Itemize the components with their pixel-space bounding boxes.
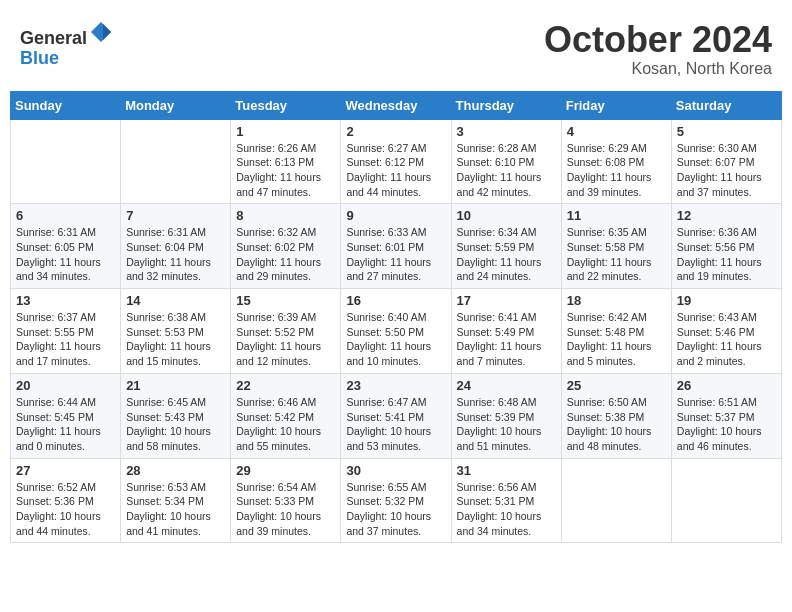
day-number: 22 <box>236 378 335 393</box>
calendar-week-row: 1Sunrise: 6:26 AM Sunset: 6:13 PM Daylig… <box>11 119 782 204</box>
day-info: Sunrise: 6:55 AM Sunset: 5:32 PM Dayligh… <box>346 480 445 539</box>
calendar-cell <box>671 458 781 543</box>
day-number: 29 <box>236 463 335 478</box>
day-info: Sunrise: 6:32 AM Sunset: 6:02 PM Dayligh… <box>236 225 335 284</box>
day-info: Sunrise: 6:50 AM Sunset: 5:38 PM Dayligh… <box>567 395 666 454</box>
calendar-cell <box>561 458 671 543</box>
calendar-cell: 22Sunrise: 6:46 AM Sunset: 5:42 PM Dayli… <box>231 373 341 458</box>
calendar-cell: 15Sunrise: 6:39 AM Sunset: 5:52 PM Dayli… <box>231 289 341 374</box>
day-info: Sunrise: 6:27 AM Sunset: 6:12 PM Dayligh… <box>346 141 445 200</box>
day-info: Sunrise: 6:44 AM Sunset: 5:45 PM Dayligh… <box>16 395 115 454</box>
day-info: Sunrise: 6:41 AM Sunset: 5:49 PM Dayligh… <box>457 310 556 369</box>
calendar-cell: 29Sunrise: 6:54 AM Sunset: 5:33 PM Dayli… <box>231 458 341 543</box>
day-number: 25 <box>567 378 666 393</box>
calendar-cell: 7Sunrise: 6:31 AM Sunset: 6:04 PM Daylig… <box>121 204 231 289</box>
day-number: 7 <box>126 208 225 223</box>
calendar-cell: 23Sunrise: 6:47 AM Sunset: 5:41 PM Dayli… <box>341 373 451 458</box>
calendar-cell: 10Sunrise: 6:34 AM Sunset: 5:59 PM Dayli… <box>451 204 561 289</box>
calendar-cell: 31Sunrise: 6:56 AM Sunset: 5:31 PM Dayli… <box>451 458 561 543</box>
day-info: Sunrise: 6:54 AM Sunset: 5:33 PM Dayligh… <box>236 480 335 539</box>
day-info: Sunrise: 6:46 AM Sunset: 5:42 PM Dayligh… <box>236 395 335 454</box>
calendar-cell: 4Sunrise: 6:29 AM Sunset: 6:08 PM Daylig… <box>561 119 671 204</box>
calendar-week-row: 13Sunrise: 6:37 AM Sunset: 5:55 PM Dayli… <box>11 289 782 374</box>
calendar-cell <box>121 119 231 204</box>
day-info: Sunrise: 6:53 AM Sunset: 5:34 PM Dayligh… <box>126 480 225 539</box>
day-number: 30 <box>346 463 445 478</box>
logo-general-text: General <box>20 28 87 48</box>
day-info: Sunrise: 6:34 AM Sunset: 5:59 PM Dayligh… <box>457 225 556 284</box>
day-number: 24 <box>457 378 556 393</box>
calendar-table: SundayMondayTuesdayWednesdayThursdayFrid… <box>10 91 782 544</box>
calendar-cell: 1Sunrise: 6:26 AM Sunset: 6:13 PM Daylig… <box>231 119 341 204</box>
calendar-cell: 13Sunrise: 6:37 AM Sunset: 5:55 PM Dayli… <box>11 289 121 374</box>
column-header-saturday: Saturday <box>671 91 781 119</box>
calendar-cell: 6Sunrise: 6:31 AM Sunset: 6:05 PM Daylig… <box>11 204 121 289</box>
day-info: Sunrise: 6:26 AM Sunset: 6:13 PM Dayligh… <box>236 141 335 200</box>
day-number: 8 <box>236 208 335 223</box>
calendar-cell: 20Sunrise: 6:44 AM Sunset: 5:45 PM Dayli… <box>11 373 121 458</box>
column-header-tuesday: Tuesday <box>231 91 341 119</box>
calendar-cell: 18Sunrise: 6:42 AM Sunset: 5:48 PM Dayli… <box>561 289 671 374</box>
day-info: Sunrise: 6:28 AM Sunset: 6:10 PM Dayligh… <box>457 141 556 200</box>
day-info: Sunrise: 6:31 AM Sunset: 6:04 PM Dayligh… <box>126 225 225 284</box>
calendar-cell: 19Sunrise: 6:43 AM Sunset: 5:46 PM Dayli… <box>671 289 781 374</box>
calendar-cell: 28Sunrise: 6:53 AM Sunset: 5:34 PM Dayli… <box>121 458 231 543</box>
column-header-monday: Monday <box>121 91 231 119</box>
day-info: Sunrise: 6:45 AM Sunset: 5:43 PM Dayligh… <box>126 395 225 454</box>
calendar-cell: 30Sunrise: 6:55 AM Sunset: 5:32 PM Dayli… <box>341 458 451 543</box>
day-number: 28 <box>126 463 225 478</box>
calendar-cell: 17Sunrise: 6:41 AM Sunset: 5:49 PM Dayli… <box>451 289 561 374</box>
column-header-thursday: Thursday <box>451 91 561 119</box>
location: Kosan, North Korea <box>544 60 772 78</box>
calendar-header-row: SundayMondayTuesdayWednesdayThursdayFrid… <box>11 91 782 119</box>
day-number: 18 <box>567 293 666 308</box>
logo: General Blue <box>20 20 113 69</box>
calendar-week-row: 27Sunrise: 6:52 AM Sunset: 5:36 PM Dayli… <box>11 458 782 543</box>
day-number: 19 <box>677 293 776 308</box>
day-info: Sunrise: 6:29 AM Sunset: 6:08 PM Dayligh… <box>567 141 666 200</box>
page-header: General Blue October 2024 Kosan, North K… <box>10 10 782 83</box>
day-number: 11 <box>567 208 666 223</box>
calendar-cell: 2Sunrise: 6:27 AM Sunset: 6:12 PM Daylig… <box>341 119 451 204</box>
day-number: 21 <box>126 378 225 393</box>
calendar-week-row: 6Sunrise: 6:31 AM Sunset: 6:05 PM Daylig… <box>11 204 782 289</box>
calendar-cell: 9Sunrise: 6:33 AM Sunset: 6:01 PM Daylig… <box>341 204 451 289</box>
day-info: Sunrise: 6:30 AM Sunset: 6:07 PM Dayligh… <box>677 141 776 200</box>
day-number: 26 <box>677 378 776 393</box>
calendar-cell: 26Sunrise: 6:51 AM Sunset: 5:37 PM Dayli… <box>671 373 781 458</box>
calendar-cell: 11Sunrise: 6:35 AM Sunset: 5:58 PM Dayli… <box>561 204 671 289</box>
day-number: 23 <box>346 378 445 393</box>
calendar-week-row: 20Sunrise: 6:44 AM Sunset: 5:45 PM Dayli… <box>11 373 782 458</box>
calendar-cell: 12Sunrise: 6:36 AM Sunset: 5:56 PM Dayli… <box>671 204 781 289</box>
day-info: Sunrise: 6:43 AM Sunset: 5:46 PM Dayligh… <box>677 310 776 369</box>
day-info: Sunrise: 6:52 AM Sunset: 5:36 PM Dayligh… <box>16 480 115 539</box>
calendar-cell: 27Sunrise: 6:52 AM Sunset: 5:36 PM Dayli… <box>11 458 121 543</box>
day-info: Sunrise: 6:39 AM Sunset: 5:52 PM Dayligh… <box>236 310 335 369</box>
day-number: 31 <box>457 463 556 478</box>
day-info: Sunrise: 6:56 AM Sunset: 5:31 PM Dayligh… <box>457 480 556 539</box>
day-number: 2 <box>346 124 445 139</box>
day-number: 13 <box>16 293 115 308</box>
day-info: Sunrise: 6:38 AM Sunset: 5:53 PM Dayligh… <box>126 310 225 369</box>
day-number: 6 <box>16 208 115 223</box>
day-number: 3 <box>457 124 556 139</box>
day-info: Sunrise: 6:48 AM Sunset: 5:39 PM Dayligh… <box>457 395 556 454</box>
calendar-cell: 8Sunrise: 6:32 AM Sunset: 6:02 PM Daylig… <box>231 204 341 289</box>
calendar-cell: 16Sunrise: 6:40 AM Sunset: 5:50 PM Dayli… <box>341 289 451 374</box>
day-number: 15 <box>236 293 335 308</box>
calendar-cell: 25Sunrise: 6:50 AM Sunset: 5:38 PM Dayli… <box>561 373 671 458</box>
day-number: 17 <box>457 293 556 308</box>
calendar-cell: 5Sunrise: 6:30 AM Sunset: 6:07 PM Daylig… <box>671 119 781 204</box>
svg-marker-1 <box>103 24 111 40</box>
day-number: 10 <box>457 208 556 223</box>
day-info: Sunrise: 6:42 AM Sunset: 5:48 PM Dayligh… <box>567 310 666 369</box>
day-info: Sunrise: 6:31 AM Sunset: 6:05 PM Dayligh… <box>16 225 115 284</box>
title-block: October 2024 Kosan, North Korea <box>544 20 772 78</box>
calendar-cell: 24Sunrise: 6:48 AM Sunset: 5:39 PM Dayli… <box>451 373 561 458</box>
day-number: 27 <box>16 463 115 478</box>
month-title: October 2024 <box>544 20 772 60</box>
day-number: 4 <box>567 124 666 139</box>
logo-icon <box>89 20 113 44</box>
day-info: Sunrise: 6:36 AM Sunset: 5:56 PM Dayligh… <box>677 225 776 284</box>
day-number: 16 <box>346 293 445 308</box>
